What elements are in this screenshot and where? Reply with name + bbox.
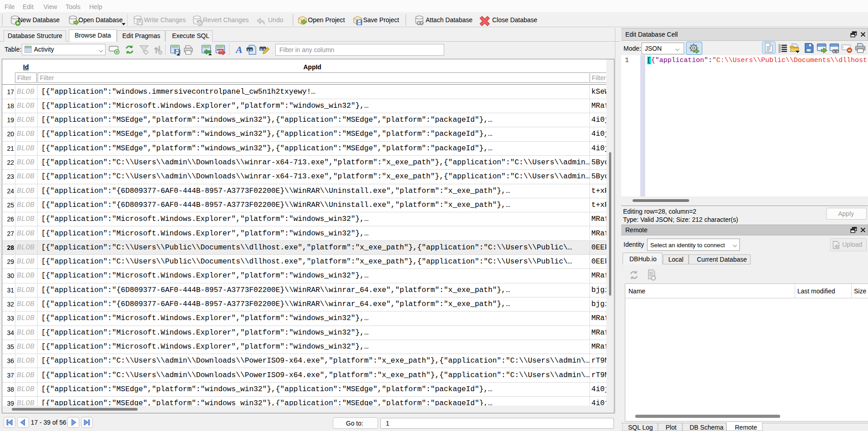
svg-text:A: A (235, 44, 243, 55)
